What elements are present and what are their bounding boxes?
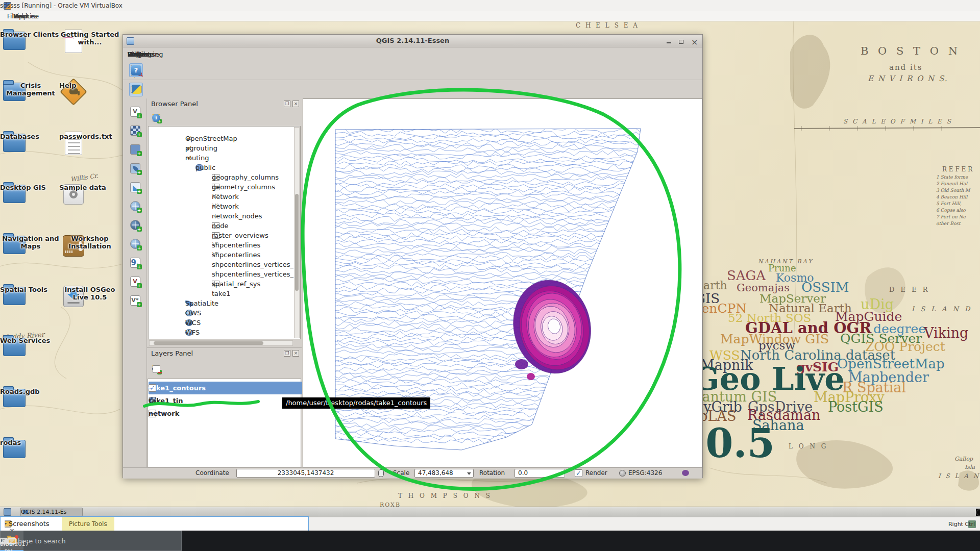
tree-item-shpcenterlines[interactable]: V°shpcenterlines [149,240,300,250]
browser-panel-close-button[interactable]: × [292,101,299,107]
map-label: I S L A N D [938,473,980,479]
layer-row-network[interactable]: network [149,407,302,420]
tree-item-shpcenterlines-vertices-[interactable]: ∴shpcenterlines_vertices_ [149,260,300,269]
contour-map [303,99,702,467]
reference-item: other Bost [936,221,980,226]
reference-item: 4 Beacon Hill [936,194,980,199]
properties-widget-icon[interactable]: i [151,113,161,123]
crs-globe-icon[interactable] [619,470,626,477]
tree-item-network[interactable]: V°network [149,192,300,202]
tree-item-node[interactable]: node [149,221,300,231]
tree-item-pgrouting[interactable]: ▸≺pgrouting [149,143,300,153]
desktop-icon-label: Crisis Management [0,82,61,97]
tree-item-label: take1 [212,290,230,297]
tree-item-routing[interactable]: ▾≺routing [149,153,300,163]
action-center-icon[interactable] [0,538,7,544]
qgis-taskbar-button[interactable]: QGIS 2.14.11-Es [20,508,83,516]
mouse-extent-icon[interactable] [378,469,384,477]
tree-item-geography-columns[interactable]: geography_columns [149,172,300,182]
tree-item-label: network_nodes [212,212,262,220]
desktop-icon-label: rodas [0,439,21,447]
map-label: L O N G [789,443,828,449]
qgis-menu-help[interactable]: Help [123,51,148,58]
remove-layer-icon[interactable] [151,364,161,374]
add-delimited-text-layer-icon[interactable]: 9,+ [128,256,142,269]
tree-item-raster-overviews[interactable]: raster_overviews [149,231,300,240]
tree-item-label: OWS [185,309,201,317]
tree-item-shpcenterlines-vertices-[interactable]: ∴shpcenterlines_vertices_ [149,269,300,279]
layer-label: network [149,410,179,417]
reference-item: 7 Fort on Ne [936,214,980,219]
tree-item-openstreetmap[interactable]: ▸≺OpenStreetMap [149,134,300,143]
add-raster-layer-icon[interactable]: + [128,123,142,137]
host-key-hint: Right Ctrl [948,521,975,528]
add-wfs-layer-icon[interactable]: + [128,237,142,251]
tree-item-spatial-ref-sys[interactable]: spatial_ref_sys [149,279,300,289]
render-label: Render [585,469,607,477]
map-canvas[interactable] [303,98,702,467]
browser-panel-header: Browser Panel ❐ × [147,98,302,110]
add-vector-layer-icon[interactable]: V+ [128,105,142,118]
python-console-icon[interactable] [129,83,143,96]
tree-item-label: WFS [185,329,200,336]
tree-item-wfs[interactable]: WFS [149,328,300,337]
layers-panel-toolbar: +ε [147,360,302,378]
scale-combo[interactable]: 47,483,648 [414,469,474,478]
tree-item-wcs[interactable]: WCS [149,318,300,328]
guest-power-icon[interactable] [976,509,980,516]
tree-item-ows[interactable]: OWS [149,308,300,318]
tree-item-geometry-columns[interactable]: geometry_columns [149,182,300,192]
new-shapefile-layer-icon[interactable]: V*+ [128,293,142,307]
desktop-icon-label: Help [59,82,76,90]
explorer-window-titlebar[interactable]: ✓ ▾ Picture Tools Screenshots × [0,516,309,531]
tree-item-label: raster_overviews [212,232,268,239]
help-contents-icon[interactable]: ? [129,63,143,77]
vbox-menu-help[interactable]: Help [13,13,27,20]
crs-status[interactable]: EPSG:4326 [628,469,662,477]
tree-item-take1[interactable]: ∴take1 [149,289,300,298]
references-title: R E F E R [942,166,972,172]
qgis-main-toolbar: +−1:1▣●◂▸iεΣ»? [123,61,702,80]
add-mssql-layer-icon[interactable]: + [128,180,142,194]
browser-vscrollbar[interactable] [294,127,300,338]
layers-panel-float-button[interactable]: ❐ [284,350,290,357]
browser-panel-float-button[interactable]: ❐ [284,101,290,107]
display-config-icon[interactable] [4,508,11,516]
tree-item-network[interactable]: V°network [149,202,300,211]
tree-item-shpcenterlines[interactable]: V°shpcenterlines [149,250,300,260]
layer-row-take1_contours[interactable]: ✓take1_contours [149,382,302,394]
add-postgis-layer-icon[interactable]: + [128,142,142,156]
reference-item: 5 Fort Hill, [936,201,980,206]
add-spatialite-layer-icon[interactable]: + [128,161,142,175]
desktop-icon-label: Roads.gdb [0,388,40,396]
layers-panel-header: Layers Panel ❐ × [147,348,302,359]
picture-tools-tab[interactable]: Picture Tools [62,517,114,531]
qgis-close-button[interactable]: × [691,37,698,47]
layers-panel-close-button[interactable]: × [292,350,299,357]
rotation-spinbox[interactable]: 0.0 [514,469,565,478]
coordinate-input[interactable]: 2333045,1437432 [236,469,375,478]
qgis-titlebar[interactable]: QGIS 2.14.11-Essen [123,35,702,47]
virtualbox-title: sdssss [Running] - Oracle VM VirtualBox [0,2,122,9]
virtualbox-menubar: FileMachineViewInputDevicesHelp [0,11,980,21]
wallpaper-word-viking: Viking [924,326,968,340]
layer-row-take1_tin[interactable]: ▸✓take1_tin [149,394,302,407]
tree-item-network-nodes[interactable]: ∴network_nodes [149,211,300,221]
tree-item-label: WCS [185,319,201,327]
add-virtual-layer-icon[interactable]: V+ [128,274,142,288]
add-wcs-layer-icon[interactable]: + [128,218,142,232]
browser-hscrollbar[interactable] [149,340,293,346]
tree-item-public[interactable]: ▾public [149,163,300,172]
qgis-edit-toolbar: abcabcabcabcabcabcabc [123,80,702,98]
tree-item-label: shpcenterlines [212,251,260,259]
coordinate-label: Coordinate [195,469,229,477]
tree-item-label: shpcenterlines_vertices_ [212,261,293,268]
tree-item-spatialite[interactable]: ▸SpatiaLite [149,298,300,308]
desktop-icon-label: Web Services [0,337,50,345]
render-checkbox[interactable]: ✓ [575,469,582,477]
messages-icon[interactable] [682,470,689,476]
qgis-window: QGIS 2.14.11-Essen × ProjectEditViewLaye… [122,34,703,478]
reference-item: 6 Copse also [936,208,980,213]
desktop-icon-label: Sample data [59,184,106,192]
add-wms-layer-icon[interactable]: + [128,199,142,213]
